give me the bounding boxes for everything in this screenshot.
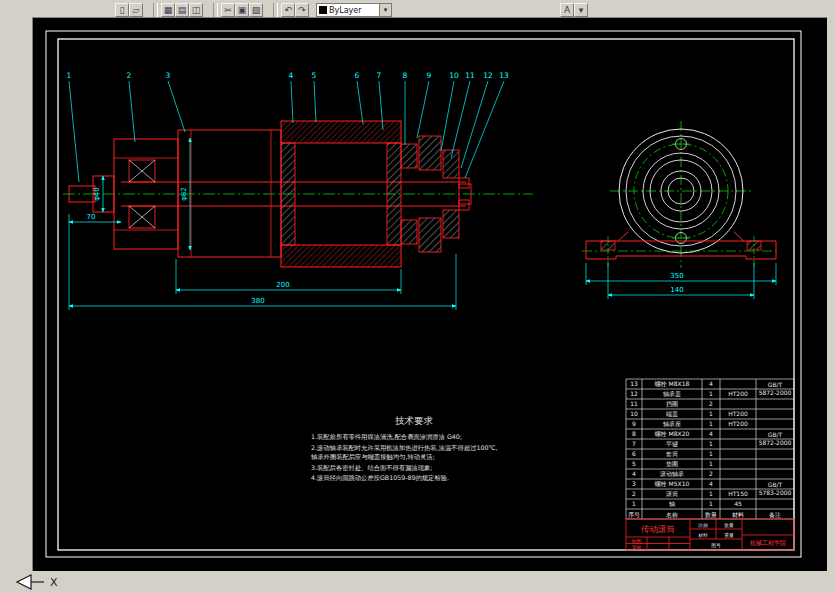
cell-material: HT150 (728, 490, 748, 497)
cell-material: HT200 (728, 390, 748, 397)
material-label: 材料 (697, 533, 708, 539)
cell-qty: 2 (709, 400, 713, 407)
callout-label: 12 (483, 71, 493, 80)
dim-overall-length: 380 (251, 297, 264, 305)
chevron-down-icon[interactable]: ▾ (574, 3, 588, 17)
save-icon[interactable]: ▦ (161, 3, 175, 17)
table-row: 2 滚筒 1 HT150 (632, 490, 748, 497)
tech-requirement-line: 4.滚筒径向圆跳动公差按GB1059-89的规定检验. (311, 474, 449, 482)
top-toolbar: ▯ ▱ ▦ ▤ ◫ ✂ ▣ ▨ ↶ ↷ ByLayer ▾ A ▾ (0, 0, 835, 17)
dim-roller-length: 200 (276, 281, 289, 289)
cell-no: 11 (630, 400, 638, 407)
header-remark: 备注 (769, 511, 781, 519)
layer-combo[interactable]: ByLayer ▾ (316, 3, 392, 17)
cell-qty: 4 (709, 380, 713, 387)
cell-qty: 1 (709, 460, 713, 467)
cell-no: 2 (632, 490, 636, 497)
ucs-icon: X (14, 566, 74, 593)
callout-label: 3 (166, 71, 171, 80)
dim-shaft-dia: φ40 (93, 187, 101, 201)
cell-qty: 1 (709, 490, 713, 497)
callout-numbers: 1 2 3 4 5 6 7 8 9 10 11 12 13 (67, 71, 509, 80)
paste-icon[interactable]: ▨ (249, 3, 263, 17)
table-row: 8 螺栓 M8X20 4 (632, 430, 713, 438)
callout-label: 7 (377, 71, 382, 80)
qty-label: 数量 (724, 523, 734, 528)
cell-name: 挡圈 (666, 400, 678, 408)
part-name: 传动滚筒 (640, 524, 675, 534)
end-view (582, 121, 780, 268)
tech-requirement-line: 1.装配前所有零件用煤油清洗,配合表面涂润滑油 G40; (311, 433, 462, 441)
header-no: 序号 (628, 511, 640, 518)
cell-name: 滚动轴承 (660, 470, 684, 478)
tech-requirement-line: 2.滚动轴承装配时允许采用机油加热进行热装,油温不得超过100℃, (311, 444, 498, 452)
cell-name: 滚筒 (666, 490, 678, 497)
callout-label: 8 (403, 71, 408, 80)
callout-label: 1 (67, 71, 72, 80)
tech-requirements-title: 技术要求 (395, 415, 434, 426)
cell-no: 8 (632, 430, 636, 437)
print-icon[interactable]: ▤ (175, 3, 189, 17)
redo-icon[interactable]: ↷ (295, 3, 309, 17)
callout-label: 4 (289, 71, 294, 80)
weight-label: 重量 (724, 532, 734, 538)
parts-table: 13 螺栓 M8X18 4 12 轴承盖 1 HT200 11 挡圈 (626, 379, 794, 519)
ucs-x-label: X (50, 576, 58, 589)
app-window: ▯ ▱ ▦ ▤ ◫ ✂ ▣ ▨ ↶ ↷ ByLayer ▾ A ▾ (0, 0, 835, 593)
table-row: 7 平键 1 (632, 440, 713, 448)
cell-qty: 4 (709, 480, 713, 487)
copy-icon[interactable]: ▣ (235, 3, 249, 17)
cut-icon[interactable]: ✂ (221, 3, 235, 17)
drawing-canvas[interactable]: 1 2 3 4 5 6 7 8 9 10 11 12 13 (32, 17, 827, 571)
header-material: 材料 (731, 511, 744, 519)
cell-qty: 2 (709, 470, 713, 477)
cell-name: 螺栓 M8X20 (655, 430, 690, 438)
cell-no: 13 (630, 380, 638, 387)
table-row: 10 端盖 1 HT200 (630, 410, 748, 417)
cad-drawing: 1 2 3 4 5 6 7 8 9 10 11 12 13 (33, 18, 827, 571)
cell-name: 轴承盖 (663, 390, 681, 398)
cell-no: 5 (632, 460, 636, 467)
callout-label: 5 (312, 71, 317, 80)
callout-label: 10 (449, 71, 459, 80)
dim-body-dia: φ82 (180, 187, 188, 201)
preview-icon[interactable]: ◫ (189, 3, 203, 17)
cell-name: 轴承座 (663, 420, 681, 428)
svg-text:5783-2000: 5783-2000 (759, 489, 792, 496)
scale-label: 比例 (698, 523, 708, 529)
cell-qty: 4 (709, 430, 713, 437)
cell-qty: 1 (709, 420, 713, 427)
chevron-down-icon[interactable]: ▾ (379, 4, 391, 16)
cell-no: 12 (630, 390, 638, 397)
new-icon[interactable]: ▯ (115, 3, 129, 17)
cell-no: 10 (630, 410, 638, 417)
checker-label: 审核 (632, 544, 642, 550)
table-row: 13 螺栓 M8X18 4 (630, 380, 713, 388)
cell-no: 1 (632, 500, 636, 507)
table-row: 5 垫圈 1 (632, 460, 713, 468)
cell-name: 螺栓 M5X10 (655, 480, 690, 488)
svg-text:GB/T: GB/T (768, 431, 783, 438)
tech-requirement-line: 3.装配后各密封处、结合面不得有漏油现象; (311, 464, 432, 472)
toolbar-separator (153, 3, 158, 17)
dim-shaft-length: 70 (87, 213, 96, 221)
cell-name: 套筒 (666, 450, 678, 457)
callout-label: 11 (465, 71, 475, 80)
cell-qty: 1 (709, 440, 713, 447)
tech-requirements: 技术要求 1.装配前所有零件用煤油清洗,配合表面涂润滑油 G40; 2.滚动轴承… (311, 415, 498, 482)
svg-text:GB/T: GB/T (768, 481, 783, 488)
table-row: 9 轴承座 1 HT200 (632, 420, 748, 428)
dim-bolt-spacing: 140 (670, 286, 683, 294)
toolbar-separator (273, 3, 278, 17)
cell-qty: 1 (709, 410, 713, 417)
open-icon[interactable]: ▱ (129, 3, 143, 17)
text-style-button[interactable]: A (560, 3, 574, 17)
cell-qty: 1 (709, 450, 713, 457)
drawing-no-label: 图号 (711, 543, 721, 548)
cell-name: 垫圈 (666, 460, 678, 468)
cell-no: 4 (632, 470, 636, 477)
layer-color-swatch (319, 6, 327, 14)
title-block: 传动滚筒 制图 审核 比例 数量 材料 重量 图号 机械工程学院 (626, 519, 794, 550)
undo-icon[interactable]: ↶ (281, 3, 295, 17)
table-row: 3 螺栓 M5X10 4 (632, 480, 713, 488)
